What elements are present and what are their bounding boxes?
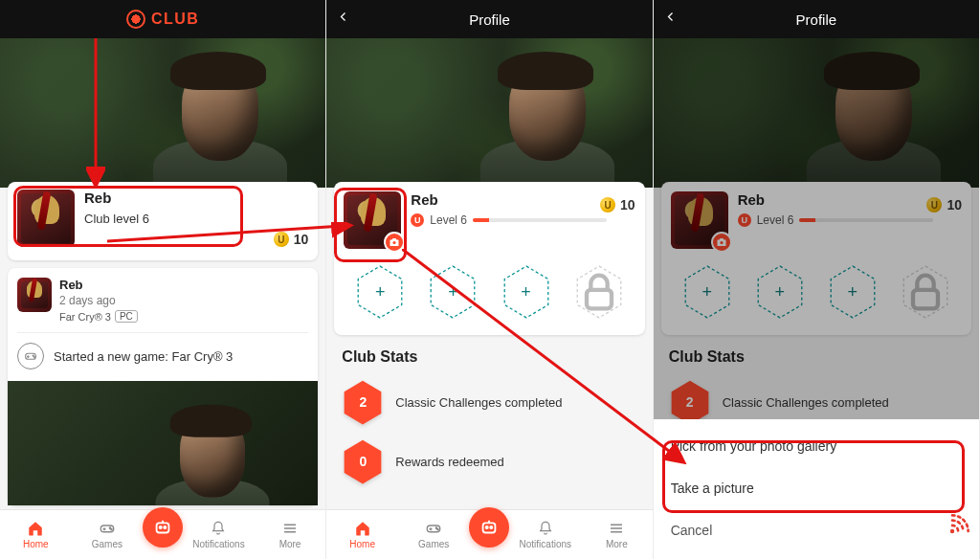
coin-value: 10 xyxy=(620,197,635,212)
tab-games[interactable]: Games xyxy=(72,520,144,549)
badge-slot-add[interactable]: + xyxy=(501,264,551,320)
stat-label: Rewards redeemed xyxy=(395,455,503,469)
badge-slots: + + + xyxy=(344,264,635,320)
tab-more[interactable]: More xyxy=(255,520,326,549)
controller-icon xyxy=(424,520,443,537)
activity-image xyxy=(8,381,318,505)
menu-icon xyxy=(281,520,299,537)
level-label: Level 6 xyxy=(430,213,467,227)
profile-content-dimmed: Reb U Level 6 U 10 + + + xyxy=(654,38,979,559)
header-home: CLUB xyxy=(0,0,325,38)
coin-value: 10 xyxy=(294,232,309,247)
profile-card[interactable]: Reb Club level 6 U 10 xyxy=(8,182,318,260)
home-icon xyxy=(354,520,371,537)
profile-card: Reb U Level 6 U 10 + xyxy=(334,182,644,335)
svg-point-32 xyxy=(491,525,493,527)
u-coin-icon: U xyxy=(600,197,615,212)
back-button[interactable] xyxy=(665,9,677,31)
platform-tag: PC xyxy=(115,310,138,323)
tabbar: Home Games Notifications More xyxy=(0,509,325,559)
svg-point-29 xyxy=(437,529,438,530)
stat-row: 2 Classic Challenges completed xyxy=(338,375,640,435)
tab-notifications[interactable]: Notifications xyxy=(509,520,581,549)
tab-home[interactable]: Home xyxy=(0,520,72,549)
svg-point-11 xyxy=(160,525,162,527)
username: Reb xyxy=(84,190,308,206)
tab-notifications[interactable]: Notifications xyxy=(183,520,255,549)
pane-profile-sheet: Profile Reb U Level 6 xyxy=(654,0,980,559)
stat-badge: 2 xyxy=(342,379,384,425)
activity-avatar xyxy=(17,278,52,312)
action-sheet: Pick from your photo gallery Take a pict… xyxy=(654,419,979,559)
avatar[interactable] xyxy=(17,190,75,247)
home-content: Reb Club level 6 U 10 Reb 2 days ago xyxy=(0,38,325,509)
bell-icon xyxy=(538,520,553,537)
hero-banner xyxy=(326,38,652,188)
badge-slot-add[interactable]: + xyxy=(355,264,405,320)
stat-badge: 0 xyxy=(342,438,384,484)
activity-card[interactable]: Reb 2 days ago Far Cry® 3 PC Started a n… xyxy=(8,268,318,505)
club-level-text: Club level 6 xyxy=(84,212,308,226)
svg-marker-18 xyxy=(359,266,403,318)
badge-slot-add[interactable]: + xyxy=(428,264,478,320)
tab-games[interactable]: Games xyxy=(398,520,470,549)
svg-point-4 xyxy=(33,356,34,357)
stat-label: Classic Challenges completed xyxy=(395,395,562,410)
hero-character xyxy=(480,48,614,188)
svg-point-3 xyxy=(33,355,33,356)
page-title: Profile xyxy=(796,11,837,28)
activity-line: Started a new game: Far Cry® 3 xyxy=(54,349,233,364)
hero-character xyxy=(153,48,287,188)
svg-point-12 xyxy=(164,525,166,527)
badge-slot-locked xyxy=(574,264,624,320)
activity-author: Reb xyxy=(59,278,308,292)
header-profile: Profile xyxy=(654,0,979,38)
svg-point-9 xyxy=(111,529,112,530)
svg-marker-20 xyxy=(504,266,548,318)
level-progress-bar xyxy=(473,218,607,222)
activity-game: Far Cry® 3 xyxy=(59,311,111,323)
sheet-option-gallery[interactable]: Pick from your photo gallery xyxy=(654,425,979,467)
u-coin-icon: U xyxy=(274,232,289,247)
club-stats-title: Club Stats xyxy=(342,348,640,366)
sheet-option-camera[interactable]: Take a picture xyxy=(654,467,979,509)
back-button[interactable] xyxy=(338,9,349,31)
tabbar: Home Games Notifications More xyxy=(326,509,652,559)
svg-point-47 xyxy=(950,529,954,533)
sam-button[interactable] xyxy=(469,507,509,548)
ubisoft-swirl-icon xyxy=(126,10,145,29)
u-level-icon: U xyxy=(411,213,424,227)
menu-icon xyxy=(608,520,625,537)
tab-home[interactable]: Home xyxy=(326,520,398,549)
avatar-edit[interactable] xyxy=(344,191,401,249)
svg-rect-10 xyxy=(157,523,169,532)
controller-icon xyxy=(98,520,117,537)
home-icon xyxy=(27,520,44,537)
hero-banner xyxy=(0,38,325,188)
svg-point-17 xyxy=(393,241,396,244)
pane-profile: Profile Reb U Level 6 xyxy=(326,0,653,559)
header-profile: Profile xyxy=(326,0,652,38)
sam-button[interactable] xyxy=(143,507,183,548)
stat-row: 0 Rewards redeemed xyxy=(338,435,640,494)
camera-icon[interactable] xyxy=(384,232,405,253)
tab-more[interactable]: More xyxy=(581,520,653,549)
coins-display: U 10 xyxy=(600,197,635,212)
svg-point-31 xyxy=(486,525,488,527)
club-logo: CLUB xyxy=(126,10,199,29)
svg-marker-19 xyxy=(432,266,476,318)
source-watermark-icon xyxy=(932,511,972,551)
stat-value: 2 xyxy=(359,394,367,410)
profile-content: Reb U Level 6 U 10 + xyxy=(326,38,652,509)
lock-icon xyxy=(574,264,624,320)
bell-icon xyxy=(211,520,226,537)
coins-display: U 10 xyxy=(274,232,309,247)
page-title: Profile xyxy=(469,11,510,28)
sheet-cancel[interactable]: Cancel xyxy=(654,509,979,551)
svg-rect-30 xyxy=(483,523,496,532)
svg-rect-22 xyxy=(587,290,612,309)
activity-time: 2 days ago xyxy=(59,294,308,307)
controller-icon xyxy=(17,343,44,369)
svg-point-28 xyxy=(436,527,437,528)
svg-point-8 xyxy=(109,527,110,528)
